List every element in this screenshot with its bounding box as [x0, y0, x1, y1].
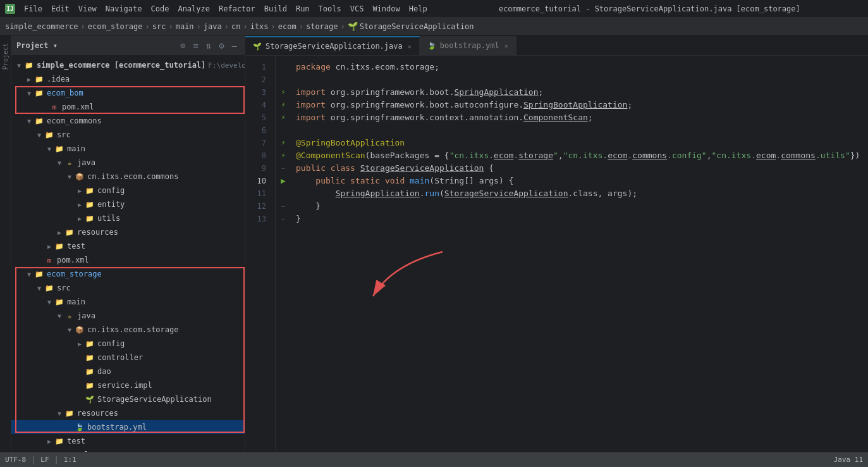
project-tree: ▼ 📁 simple_ecommerce [ecommerce_tutorial… — [11, 56, 245, 452]
tree-item-config2[interactable]: ▶ 📁 config — [11, 337, 245, 351]
tab-storage-app-close[interactable]: ✕ — [408, 43, 412, 50]
breadcrumb-storage[interactable]: storage — [306, 22, 338, 31]
panel-icon-minimize[interactable]: — — [229, 39, 240, 52]
panel-icon-sort[interactable]: ⇅ — [204, 39, 214, 52]
idea-icon: 📁 — [34, 74, 44, 84]
menu-refactor[interactable]: Refactor — [215, 3, 259, 15]
gutter-fold-13[interactable]: – — [281, 213, 285, 225]
gutter-icon-7: ⚡ — [281, 137, 286, 149]
menu-bar[interactable]: File Edit View Navigate Code Analyze Ref… — [20, 3, 431, 15]
tree-item-main2[interactable]: ▼ 📁 main — [11, 295, 245, 309]
breadcrumb-java[interactable]: java — [204, 22, 222, 31]
breadcrumb-src[interactable]: src — [152, 22, 166, 31]
tree-item-resources1[interactable]: ▶ 📁 resources — [11, 225, 245, 239]
ln-9: 9 — [245, 162, 270, 175]
tree-item-java2[interactable]: ▼ ☕ java — [11, 309, 245, 323]
gutter-12: – — [276, 200, 291, 213]
tab-bootstrap[interactable]: 🍃 bootstrap.yml ✕ — [420, 36, 517, 55]
test1-label: test — [67, 242, 85, 251]
pom1-label: pom.xml — [57, 256, 89, 265]
menu-run[interactable]: Run — [292, 3, 314, 15]
menu-navigate[interactable]: Navigate — [102, 3, 146, 15]
breadcrumb-itxs[interactable]: itxs — [250, 22, 269, 31]
panel-icon-settings[interactable]: ⚙ — [216, 39, 226, 52]
gutter-8: ⚡ — [276, 149, 291, 162]
entity1-label: entity — [97, 200, 125, 209]
tree-root[interactable]: ▼ 📁 simple_ecommerce [ecommerce_tutorial… — [11, 58, 245, 72]
code-line-6 — [296, 124, 868, 137]
tree-item-utils1[interactable]: ▶ 📁 utils — [11, 211, 245, 225]
status-cursor: 1:1 — [64, 456, 76, 464]
menu-file[interactable]: File — [20, 3, 46, 15]
tree-item-idea[interactable]: ▶ 📁 .idea — [11, 72, 245, 86]
bootstrap-icon: 🍃 — [75, 422, 85, 432]
app-icon: IJ — [5, 4, 15, 14]
resources2-icon: 📁 — [64, 408, 75, 418]
tree-item-src1[interactable]: ▼ 📁 src — [11, 128, 245, 142]
editor-area: 🌱 StorageServiceApplication.java ✕ 🍃 boo… — [245, 35, 868, 452]
controller-label: controller — [97, 353, 143, 362]
config2-label: config — [97, 339, 125, 348]
menu-window[interactable]: Window — [369, 3, 403, 15]
menu-vcs[interactable]: VCS — [346, 3, 368, 15]
tree-item-ecom-bom-pom[interactable]: m pom.xml — [11, 100, 245, 114]
breadcrumb-simple-ecommerce[interactable]: simple_ecommerce — [5, 22, 78, 31]
ecom-commons-label: ecom_commons — [47, 116, 102, 125]
panel-header: Project ▾ ⊕ ≡ ⇅ ⚙ — — [11, 35, 245, 56]
code-line-11: SpringApplication.run(StorageServiceAppl… — [296, 187, 868, 200]
tab-storage-app[interactable]: 🌱 StorageServiceApplication.java ✕ — [245, 36, 420, 55]
breadcrumb-cn[interactable]: cn — [231, 22, 240, 31]
menu-build[interactable]: Build — [260, 3, 291, 15]
tree-item-java1[interactable]: ▼ ☕ java — [11, 156, 245, 170]
menu-code[interactable]: Code — [147, 3, 173, 15]
breadcrumb-ecom[interactable]: ecom — [278, 22, 296, 31]
code-line-9: public class StorageServiceApplication { — [296, 162, 868, 175]
run-icon-10[interactable]: ▶ — [281, 175, 286, 187]
tree-item-test2[interactable]: ▶ 📁 test — [11, 434, 245, 448]
project-tab-label[interactable]: Project — [2, 43, 9, 70]
tree-item-main1[interactable]: ▼ 📁 main — [11, 142, 245, 156]
root-path: F:\develo — [208, 61, 245, 70]
project-panel: Project ▾ ⊕ ≡ ⇅ ⚙ — ▼ 📁 simple_ecommerce… — [11, 35, 245, 452]
tree-item-pkg2[interactable]: ▼ 📦 cn.itxs.ecom.storage — [11, 323, 245, 337]
tree-item-ecom-bom[interactable]: ▼ 📁 ecom_bom — [11, 86, 245, 100]
breadcrumb-ecom-storage[interactable]: ecom_storage — [88, 22, 143, 31]
tree-item-resources2[interactable]: ▼ 📁 resources — [11, 406, 245, 420]
tree-item-entity1[interactable]: ▶ 📁 entity — [11, 197, 245, 211]
main1-label: main — [67, 144, 85, 153]
pom2-icon: m — [44, 450, 54, 452]
ecom-commons-icon: 📁 — [34, 116, 44, 126]
tree-item-config1[interactable]: ▶ 📁 config — [11, 184, 245, 197]
tree-item-test1[interactable]: ▶ 📁 test — [11, 239, 245, 253]
tree-item-ecom-storage[interactable]: ▼ 📁 ecom_storage — [11, 267, 245, 281]
tree-item-controller[interactable]: 📁 controller — [11, 351, 245, 364]
tree-item-pom1[interactable]: m pom.xml — [11, 253, 245, 267]
tree-item-dao[interactable]: 📁 dao — [11, 364, 245, 378]
tree-item-service-impl[interactable]: 📁 service.impl — [11, 378, 245, 392]
tree-item-pom2[interactable]: m pom.xml — [11, 448, 245, 452]
code-line-12: } — [296, 200, 868, 213]
panel-icon-add[interactable]: ⊕ — [178, 39, 188, 52]
tree-item-storage-app[interactable]: 🌱 StorageServiceApplication — [11, 392, 245, 406]
tree-item-src2[interactable]: ▼ 📁 src — [11, 281, 245, 295]
tree-item-bootstrap[interactable]: 🍃 bootstrap.yml — [11, 420, 245, 434]
panel-icon-list[interactable]: ≡ — [190, 39, 200, 52]
tree-item-pkg1[interactable]: ▼ 📦 cn.itxs.ecom.commons — [11, 170, 245, 184]
config2-icon: 📁 — [85, 339, 95, 349]
breadcrumb-main[interactable]: main — [176, 22, 194, 31]
tab-bootstrap-close[interactable]: ✕ — [504, 42, 508, 49]
gutter-7: ⚡ — [276, 137, 291, 149]
menu-tools[interactable]: Tools — [315, 3, 345, 15]
ln-6: 6 — [245, 124, 270, 137]
gutter-fold-12[interactable]: – — [281, 200, 285, 213]
config1-label: config — [97, 186, 125, 195]
gutter-fold-9[interactable]: – — [281, 162, 285, 175]
menu-edit[interactable]: Edit — [47, 3, 73, 15]
java1-label: java — [77, 158, 95, 167]
menu-view[interactable]: View — [75, 3, 101, 15]
menu-help[interactable]: Help — [405, 3, 431, 15]
tree-item-ecom-commons[interactable]: ▼ 📁 ecom_commons — [11, 114, 245, 128]
gutter-icon-8: ⚡ — [281, 149, 286, 162]
code-content[interactable]: package cn.itxs.ecom.storage; import org… — [291, 56, 868, 452]
menu-analyze[interactable]: Analyze — [174, 3, 214, 15]
